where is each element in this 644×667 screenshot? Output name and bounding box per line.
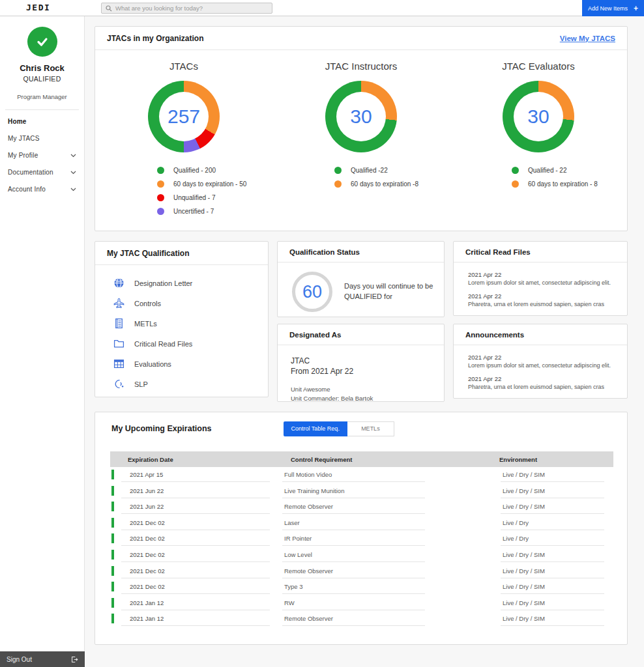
legend-label: Uncertified - 7 xyxy=(173,208,214,215)
org-overview-card: JTACs in my Organization View My JTACS J… xyxy=(95,26,628,231)
table-row[interactable]: 2021 Jun 22Live Training MunitionLive / … xyxy=(110,483,613,500)
environment-cell: Live / Dry / SIM xyxy=(501,547,604,562)
designation-from: From 2021 Apr 22 xyxy=(291,366,444,376)
tab-metls[interactable]: METLs xyxy=(347,421,394,436)
row-status-bar xyxy=(111,582,114,591)
critical-card-header: Critical Read Files xyxy=(454,242,627,263)
table-row[interactable]: 2021 Jan 12RWLive / Dry / SIM xyxy=(110,595,613,612)
donut-ring: 30 xyxy=(325,81,397,152)
table-row[interactable]: 2021 Apr 15Full Motion VideoLive / Dry /… xyxy=(110,467,613,483)
top-bar: JEDI Add New Items + xyxy=(0,0,644,16)
expiration-date-cell: 2021 Dec 02 xyxy=(121,547,270,562)
legend-dot xyxy=(157,180,164,188)
designated-card-title: Designated As xyxy=(289,331,341,339)
expiration-date-cell: 2021 Dec 02 xyxy=(121,579,270,594)
status-card: Qualification Status 60 Days you will co… xyxy=(277,241,445,317)
qualification-item-designation-letter[interactable]: Designation Letter xyxy=(95,273,268,293)
control-requirement-cell: IR Pointer xyxy=(282,531,425,546)
view-my-jtacs-link[interactable]: View My JTACS xyxy=(560,35,615,42)
environment-cell: Live / Dry / SIM xyxy=(501,499,604,514)
table-row[interactable]: 2021 Dec 02Remote ObserverLive / Dry / S… xyxy=(110,563,613,580)
legend-item: 60 days to expiration -8 xyxy=(334,180,450,188)
legend-label: Qualified -22 xyxy=(351,167,388,174)
sidebar-item-label: Account Info xyxy=(8,186,46,193)
search-bar[interactable] xyxy=(101,3,272,14)
designated-body: JTAC From 2021 Apr 22 Unit Awesome Unit … xyxy=(278,345,444,403)
qualification-item-label: Designation Letter xyxy=(134,279,192,287)
control-requirement-cell: Low Level xyxy=(282,547,425,562)
control-requirement-cell: Full Motion Video xyxy=(282,467,425,482)
checkmark-icon xyxy=(35,35,50,49)
legend-label: Qualified - 200 xyxy=(173,167,216,174)
sidebar-item-documentation[interactable]: Documentation xyxy=(0,163,84,180)
environment-cell: Live / Dry / SIM xyxy=(501,595,604,610)
chart-total: 30 xyxy=(350,106,372,128)
column-header-control-requirement: Control Requirement xyxy=(291,456,352,463)
sign-out-button[interactable]: Sign Out xyxy=(0,651,85,667)
control-requirement-cell: Remote Observer xyxy=(282,499,425,514)
sidebar-nav: HomeMy JTACSMy ProfileDocumentationAccou… xyxy=(0,113,84,197)
expirations-title: My Upcoming Expirations xyxy=(111,424,212,433)
environment-cell: Live / Dry / SIM xyxy=(501,611,604,626)
expirations-card: My Upcoming Expirations Control Table Re… xyxy=(95,412,628,645)
chevron-down-icon xyxy=(70,186,76,193)
row-status-bar xyxy=(111,614,114,623)
chevron-down-icon xyxy=(70,169,76,176)
sidebar-item-home[interactable]: Home xyxy=(0,113,84,130)
status-card-title: Qualification Status xyxy=(289,248,360,256)
qualification-card-header: My JTAC Qualification xyxy=(95,242,268,265)
legend-dot xyxy=(157,167,164,174)
sidebar-item-account-info[interactable]: Account Info xyxy=(0,180,84,197)
table-row[interactable]: 2021 Jan 12Remote ObserverLive / Dry / S… xyxy=(110,611,613,627)
announcements-card-title: Announcements xyxy=(465,331,524,339)
qualification-item-metls[interactable]: METLs xyxy=(95,313,268,334)
folder-icon xyxy=(113,338,124,349)
qualification-item-slp[interactable]: SLP xyxy=(95,374,268,394)
chart-legend: Qualified - 20060 days to expiration - 5… xyxy=(157,167,272,215)
user-role: Program Manager xyxy=(0,93,84,100)
qualification-item-label: Evaluations xyxy=(134,360,171,368)
sidebar-item-my-profile[interactable]: My Profile xyxy=(0,147,84,163)
designated-card: Designated As JTAC From 2021 Apr 22 Unit… xyxy=(277,324,445,402)
table-row[interactable]: 2021 Jun 22Remote ObserverLive / Dry / S… xyxy=(110,499,613,515)
user-name: Chris Rock xyxy=(0,63,84,73)
environment-cell: Live / Dry / SIM xyxy=(501,467,604,482)
plus-icon: + xyxy=(634,4,638,13)
table-row[interactable]: 2021 Dec 02Low LevelLive / Dry / SIM xyxy=(110,547,613,563)
search-input[interactable] xyxy=(115,5,268,12)
donut-hole: 30 xyxy=(514,92,563,141)
expiration-date-cell: 2021 Dec 02 xyxy=(121,515,270,530)
qualification-item-critical-read-files[interactable]: Critical Read Files xyxy=(95,334,268,354)
legend-label: 60 days to expiration - 8 xyxy=(528,180,598,188)
sidebar-item-label: Home xyxy=(8,118,27,125)
tab-control-table-req-[interactable]: Control Table Req. xyxy=(284,421,347,436)
table-row[interactable]: 2021 Dec 02LaserLive / Dry xyxy=(110,515,613,532)
table-row[interactable]: 2021 Dec 02IR PointerLive / Dry xyxy=(110,531,613,547)
chevron-down-icon xyxy=(70,152,76,159)
row-status-bar xyxy=(111,533,114,543)
org-card-title: JTACs in my Organization xyxy=(107,34,203,43)
sidebar-item-my-jtacs[interactable]: My JTACS xyxy=(0,130,84,147)
qualification-item-controls[interactable]: Controls xyxy=(95,293,268,313)
row-status-bar xyxy=(111,470,114,479)
donut-ring: 30 xyxy=(503,81,574,152)
legend-dot xyxy=(334,180,342,188)
table-icon xyxy=(113,358,124,369)
qualification-item-evaluations[interactable]: Evaluations xyxy=(95,354,268,374)
column-header-expiration-date: Expiration Date xyxy=(128,456,173,463)
sign-out-label: Sign Out xyxy=(7,656,32,663)
critical-card-title: Critical Read Files xyxy=(465,248,531,256)
chart-title: JTAC Evaluators xyxy=(450,61,627,72)
list-item: 2021 Apr 22Pharetra, urna et lorem euism… xyxy=(454,292,627,307)
add-new-items-button[interactable]: Add New Items + xyxy=(582,0,644,16)
days-remaining: 60 xyxy=(302,282,322,302)
legend-item: Qualified -22 xyxy=(334,167,450,174)
sidebar-item-label: My JTACS xyxy=(8,135,40,142)
legend-label: Unqualified - 7 xyxy=(173,194,215,201)
legend-label: Qualified - 22 xyxy=(528,167,566,174)
chart-legend: Qualified - 2260 days to expiration - 8 xyxy=(512,167,627,188)
row-status-bar xyxy=(111,486,114,496)
table-row[interactable]: 2021 Dec 02Type 3Live / Dry / SIM xyxy=(110,579,613,595)
legend-dot xyxy=(512,180,519,188)
avatar xyxy=(27,27,57,57)
